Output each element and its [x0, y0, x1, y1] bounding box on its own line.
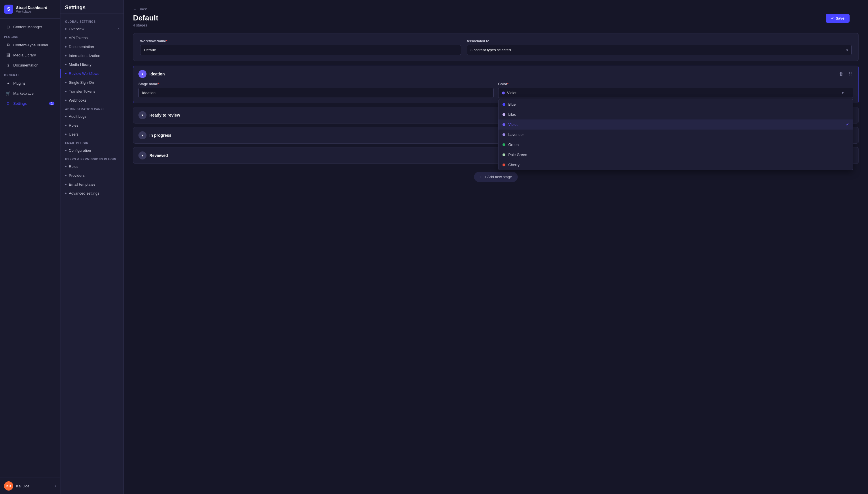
stage-name-group: Stage name* — [138, 82, 494, 98]
stage-icon-ideation: ▲ — [138, 70, 147, 78]
color-dot-selected — [502, 92, 505, 94]
settings-label-webhooks: Webhooks — [69, 98, 86, 102]
sidebar-label-documentation: Documentation — [13, 63, 38, 68]
dot-icon — [65, 116, 66, 117]
gear-icon: ⚙ — [6, 101, 11, 106]
user-name: Kai Doe — [16, 484, 30, 488]
settings-item-audit-logs[interactable]: Audit Logs — [60, 112, 123, 121]
stage-title-ideation: Ideation — [149, 72, 165, 76]
settings-label-media-library: Media Library — [69, 62, 92, 67]
settings-item-review-workflows[interactable]: Review Workflows — [60, 69, 123, 78]
save-button[interactable]: ✓ Save — [826, 14, 850, 23]
required-star: * — [166, 39, 168, 43]
color-option-lavender[interactable]: Lavender — [499, 130, 853, 140]
dot-icon — [65, 193, 66, 194]
settings-label-review-workflows: Review Workflows — [69, 71, 99, 76]
settings-label-advanced-settings: Advanced settings — [69, 191, 99, 195]
settings-item-users[interactable]: Users — [60, 130, 123, 139]
dot-icon — [65, 64, 66, 65]
workflow-form-row: Workflow Name* Associated to 3 content t… — [140, 39, 852, 55]
workflow-name-input[interactable] — [140, 45, 461, 55]
admin-panel-label: ADMINISTRATION PANEL — [60, 105, 123, 112]
sidebar-item-media-library[interactable]: 🖼 Media Library — [2, 50, 58, 60]
stage-title-reviewed: Reviewed — [149, 153, 168, 158]
settings-item-media-library[interactable]: Media Library — [60, 60, 123, 69]
workflow-form-card: Workflow Name* Associated to 3 content t… — [133, 33, 859, 61]
chevron-down-icon: ▾ — [141, 113, 143, 117]
puzzle-icon: ✦ — [6, 81, 11, 86]
settings-item-advanced-settings[interactable]: Advanced settings — [60, 189, 123, 198]
color-option-cherry[interactable]: Cherry — [499, 160, 853, 170]
stage-name-label: Stage name* — [138, 82, 494, 86]
settings-label-providers: Providers — [69, 173, 84, 178]
sidebar-item-content-type-builder[interactable]: ⧉ Content-Type Builder — [2, 40, 58, 50]
settings-item-roles-permissions[interactable]: Roles — [60, 162, 123, 171]
dot-icon — [65, 166, 66, 167]
green-label: Green — [508, 142, 519, 147]
color-select-button[interactable]: Violet ▾ — [498, 88, 853, 98]
settings-item-providers[interactable]: Providers — [60, 171, 123, 180]
grid-icon: ⊞ — [6, 24, 11, 29]
settings-item-documentation[interactable]: Documentation — [60, 42, 123, 51]
settings-item-single-sign-on[interactable]: Single Sign-On — [60, 78, 123, 87]
sidebar-nav: ⊞ Content Manager PLUGINS ⧉ Content-Type… — [0, 19, 60, 478]
settings-item-overview[interactable]: Overview • — [60, 24, 123, 33]
drag-handle-button[interactable]: ⠿ — [848, 70, 853, 78]
settings-label-audit-logs: Audit Logs — [69, 114, 86, 119]
dot-icon — [65, 134, 66, 135]
sidebar-item-documentation[interactable]: ℹ Documentation — [2, 60, 58, 70]
settings-item-transfer-tokens[interactable]: Transfer Tokens — [60, 87, 123, 96]
page-subtitle: 4 stages — [133, 23, 859, 27]
settings-item-configuration[interactable]: Configuration — [60, 146, 123, 155]
associated-to-group: Associated to 3 content types selected — [467, 39, 852, 55]
color-option-lilac[interactable]: Lilac — [499, 109, 853, 119]
color-option-green[interactable]: Green — [499, 140, 853, 150]
associated-to-select-wrapper: 3 content types selected — [467, 45, 852, 55]
sidebar-item-marketplace[interactable]: 🛒 Marketplace — [2, 88, 58, 98]
color-option-violet[interactable]: Violet ✓ — [499, 119, 853, 130]
stage-name-input[interactable] — [138, 88, 494, 98]
settings-item-webhooks[interactable]: Webhooks — [60, 96, 123, 105]
plus-icon: + — [480, 175, 482, 179]
settings-label-documentation: Documentation — [69, 45, 94, 49]
associated-to-select[interactable]: 3 content types selected — [467, 45, 852, 55]
pale-green-dot — [502, 153, 505, 156]
dot-icon — [65, 100, 66, 101]
breadcrumb-back[interactable]: ← Back — [133, 7, 859, 11]
settings-label-api-tokens: API Tokens — [69, 36, 88, 40]
sidebar-item-settings[interactable]: ⚙ Settings 1 — [2, 98, 58, 108]
color-selected-label: Violet — [507, 91, 516, 95]
stage-actions-ideation: 🗑 ⠿ — [838, 70, 853, 78]
dot-icon — [65, 125, 66, 126]
info-icon: ℹ — [6, 63, 11, 68]
delete-stage-button[interactable]: 🗑 — [838, 70, 845, 78]
dot-icon — [65, 73, 66, 74]
chevron-up-icon: ▲ — [141, 72, 144, 76]
collapse-sidebar-button[interactable]: ‹ — [55, 484, 56, 488]
settings-item-roles[interactable]: Roles — [60, 121, 123, 130]
settings-item-internationalization[interactable]: Internationalization — [60, 51, 123, 60]
dot-icon — [65, 175, 66, 176]
back-label: Back — [138, 7, 147, 11]
sidebar-label-content-manager: Content Manager — [13, 25, 42, 29]
main-content: ← Back Default 4 stages ✓ Save Workflow … — [124, 0, 868, 494]
settings-item-api-tokens[interactable]: API Tokens — [60, 33, 123, 42]
stage-header-ideation[interactable]: ▲ Ideation 🗑 ⠿ — [133, 66, 859, 82]
check-mark: ✓ — [846, 122, 849, 127]
violet-label: Violet — [508, 122, 518, 127]
settings-item-email-templates[interactable]: Email templates — [60, 180, 123, 189]
sidebar: S Strapi Dashboard Workplace ⊞ Content M… — [0, 0, 60, 494]
save-label: Save — [836, 16, 844, 20]
dot-icon — [65, 184, 66, 185]
cart-icon: 🛒 — [6, 91, 11, 96]
color-option-blue[interactable]: Blue — [499, 99, 853, 109]
color-option-pale-green[interactable]: Pale Green — [499, 150, 853, 160]
add-stage-button[interactable]: + + Add new stage — [474, 172, 518, 182]
active-indicator — [60, 69, 61, 78]
sidebar-item-content-manager[interactable]: ⊞ Content Manager — [2, 22, 58, 32]
dot-icon — [65, 28, 66, 30]
page-title: Default — [133, 14, 859, 22]
main-wrapper: ← Back Default 4 stages ✓ Save Workflow … — [124, 0, 868, 494]
sidebar-item-plugins[interactable]: ✦ Plugins — [2, 78, 58, 88]
users-permissions-label: USERS & PERMISSIONS PLUGIN — [60, 155, 123, 162]
